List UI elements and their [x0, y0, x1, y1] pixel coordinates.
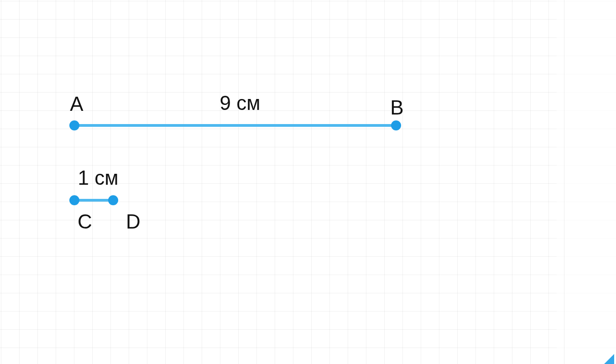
length-cd: 1 см — [78, 168, 119, 188]
segment-ab[interactable] — [74, 124, 396, 127]
length-ab: 9 см — [220, 93, 261, 113]
label-a: A — [70, 94, 83, 114]
point-a[interactable] — [69, 120, 79, 130]
segment-cd[interactable] — [74, 199, 113, 202]
right-margin — [557, 0, 616, 364]
point-c[interactable] — [69, 195, 79, 205]
label-b: B — [390, 98, 403, 118]
diagram-canvas[interactable]: A B 9 см C D 1 см — [0, 0, 616, 364]
resize-handle-icon[interactable] — [604, 354, 614, 364]
label-d: D — [126, 212, 141, 232]
point-d[interactable] — [108, 195, 118, 205]
label-c: C — [78, 212, 92, 232]
point-b[interactable] — [391, 120, 401, 130]
right-margin-divider — [564, 0, 564, 364]
